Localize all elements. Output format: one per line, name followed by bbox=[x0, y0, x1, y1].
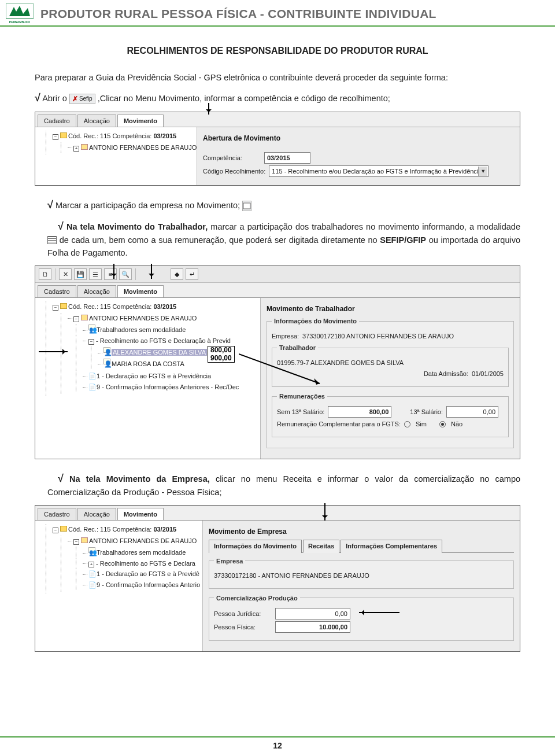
senar-logo: PERNAMBUCO bbox=[6, 3, 34, 24]
tree-item[interactable]: - Recolhimento ao FGTS e Declaração à Pr… bbox=[96, 337, 231, 344]
tab-cadastro[interactable]: Cadastro bbox=[38, 508, 76, 521]
checkmark-icon: √ bbox=[35, 92, 40, 104]
radio-nao[interactable] bbox=[439, 421, 446, 427]
tree-item[interactable]: Trabalhadores sem modalidade bbox=[97, 326, 186, 333]
tab-movimento[interactable]: Movimento bbox=[117, 508, 164, 521]
folder-icon bbox=[60, 303, 67, 309]
building-icon bbox=[81, 315, 88, 320]
label-pessoa-fisica: Pessoa Física: bbox=[214, 622, 272, 632]
minus-icon[interactable]: − bbox=[73, 316, 79, 322]
tree-item[interactable]: - Recolhimento ao FGTS e Declara bbox=[96, 560, 195, 567]
input-pessoa-fisica[interactable]: 10.000,00 bbox=[275, 621, 350, 633]
radio-sim[interactable] bbox=[404, 421, 410, 427]
doc-icon: 📄 bbox=[88, 382, 95, 388]
tree-item[interactable]: 9 - Confirmação Informações Anterio bbox=[97, 581, 200, 588]
dropdown-codigo-recolhimento[interactable]: 115 - Recolhimento e/ou Declaração ao FG… bbox=[269, 165, 489, 177]
tb-new-icon[interactable]: 🗋 bbox=[39, 268, 51, 280]
value-empresa: 373300172180 - ANTONIO FERNANDES DE ARAU… bbox=[214, 571, 369, 581]
tree-item[interactable]: ANTONIO FERNANDES DE ARAUJO bbox=[89, 144, 197, 151]
tb-book-icon[interactable]: ◆ bbox=[171, 268, 183, 280]
tb-exit-icon[interactable]: ↵ bbox=[186, 268, 198, 280]
svg-text:PERNAMBUCO: PERNAMBUCO bbox=[9, 20, 31, 24]
person-icon: 👤 bbox=[103, 359, 110, 364]
value-empresa: 373300172180 ANTONIO FERNANDES DE ARAUJO bbox=[302, 331, 454, 341]
arrow-right-icon bbox=[39, 351, 68, 352]
tab-alocacao[interactable]: Alocação bbox=[77, 508, 116, 521]
arrow-down-icon bbox=[324, 503, 325, 521]
inner-tab-info[interactable]: Informações do Movimento bbox=[209, 540, 302, 553]
step-3: √ Na tela Movimento do Trabalhador, marc… bbox=[35, 219, 520, 260]
doc-icon: 📄 bbox=[88, 569, 95, 575]
page-title: PRODUTOR RURAL PESSOA FÍSICA - CONTRIBUI… bbox=[40, 7, 436, 21]
tree-item[interactable]: 1 - Declaração ao FGTS e à Previdê bbox=[97, 570, 199, 577]
screenshot-movimento-trabalhador: 🗋 ✕ 💾 ☰ ≡ 🔍 ◆ ↵ Cadastro Alocação Movime… bbox=[35, 265, 520, 459]
sefip-icon: ✗ Sefip bbox=[69, 94, 95, 104]
group-comercializacao: Comercialização Produção bbox=[214, 593, 300, 603]
label-competencia: Competência: bbox=[203, 153, 242, 163]
folder-icon bbox=[60, 132, 67, 138]
tree-item[interactable]: ANTONIO FERNANDES DE ARAUJO bbox=[89, 537, 197, 544]
inner-tab-receitas[interactable]: Receitas bbox=[303, 540, 339, 553]
page-number: 12 bbox=[0, 736, 555, 750]
plus-icon[interactable]: + bbox=[73, 146, 79, 152]
tree-view: −Cód. Rec.: 115 Competência: 03/2015 +AN… bbox=[35, 127, 197, 185]
inner-tab-info-compl[interactable]: Informações Complementares bbox=[341, 540, 442, 553]
tree-item-selected[interactable]: ALEXANDRE GOMES DA SILVA bbox=[112, 349, 207, 356]
label-sem-13: Sem 13ª Salário: bbox=[277, 407, 324, 417]
minus-icon[interactable]: − bbox=[53, 134, 58, 140]
input-13-salario[interactable]: 0,00 bbox=[446, 406, 498, 418]
doc-icon: 📄 bbox=[88, 580, 95, 586]
group-empresa: Empresa bbox=[214, 556, 245, 566]
checkmark-icon: √ bbox=[47, 199, 53, 211]
tree-item[interactable]: 1 - Declaração ao FGTS e à Previdência bbox=[97, 373, 211, 379]
tree-view: −Cód. Rec.: 115 Competência: 03/2015 −AN… bbox=[35, 298, 261, 459]
tb-search-icon[interactable]: 🔍 bbox=[119, 268, 132, 280]
page-header: PERNAMBUCO PRODUTOR RURAL PESSOA FÍSICA … bbox=[0, 0, 555, 27]
tree-item[interactable]: MARIA ROSA DA COSTA bbox=[112, 360, 184, 367]
input-competencia[interactable]: 03/2015 bbox=[264, 152, 310, 164]
minus-icon[interactable]: − bbox=[73, 539, 79, 545]
tb-save-icon[interactable]: 💾 bbox=[74, 268, 87, 280]
tree-item[interactable]: 9 - Confirmação Informações Anteriores -… bbox=[97, 383, 239, 390]
label-13-salario: 13ª Salário: bbox=[410, 407, 443, 417]
minus-icon[interactable]: − bbox=[88, 339, 94, 345]
tab-cadastro[interactable]: Cadastro bbox=[38, 115, 76, 127]
minus-icon[interactable]: − bbox=[53, 528, 58, 533]
input-pessoa-juridica[interactable]: 0,00 bbox=[275, 608, 350, 619]
intro-paragraph: Para preparar a Guia da Previdência Soci… bbox=[35, 72, 520, 84]
value-data-admissao: 01/01/2005 bbox=[472, 369, 504, 379]
tab-movimento[interactable]: Movimento bbox=[117, 285, 164, 298]
panel-title: Movimento de Trabalhador bbox=[267, 304, 514, 314]
panel-title: Movimento de Empresa bbox=[209, 526, 514, 537]
tab-cadastro[interactable]: Cadastro bbox=[38, 285, 76, 298]
step-2: √ Marcar a participação da empresa no Mo… bbox=[35, 197, 520, 213]
tree-view: −Cód. Rec.: 115 Competência: 03/2015 −AN… bbox=[35, 521, 203, 651]
minus-icon[interactable]: − bbox=[53, 305, 58, 311]
tb-list-icon[interactable]: ☰ bbox=[89, 268, 102, 280]
group-icon: 👥 bbox=[88, 547, 95, 553]
list-icon bbox=[47, 236, 57, 244]
person-icon: 👤 bbox=[103, 347, 110, 353]
toolbar: 🗋 ✕ 💾 ☰ ≡ 🔍 ◆ ↵ bbox=[35, 266, 520, 283]
label-pessoa-juridica: Pessoa Jurídica: bbox=[214, 609, 272, 619]
tab-alocacao[interactable]: Alocação bbox=[77, 285, 116, 298]
screenshot-abertura-movimento: Cadastro Alocação Movimento −Cód. Rec.: … bbox=[35, 112, 520, 186]
tree-item[interactable]: Trabalhadores sem modalidade bbox=[97, 549, 186, 556]
tree-item[interactable]: ANTONIO FERNANDES DE ARAUJO bbox=[89, 315, 197, 322]
label-empresa: Empresa: bbox=[272, 331, 299, 341]
input-sem-13[interactable]: 800,00 bbox=[328, 406, 391, 418]
tb-delete-icon[interactable]: ✕ bbox=[59, 268, 72, 280]
arrow-down-icon bbox=[208, 103, 209, 115]
x-icon: ✗ bbox=[72, 94, 78, 104]
section-heading: RECOLHIMENTOS DE RESPONSABILIDADE DO PRO… bbox=[35, 44, 520, 58]
tab-movimento[interactable]: Movimento bbox=[117, 115, 164, 127]
value-trabalhador: 01995.79-7 ALEXANDRE GOMES DA SILVA bbox=[277, 358, 404, 368]
plus-icon[interactable]: + bbox=[88, 562, 94, 567]
step-4: √ Na tela Movimento da Empresa, clicar n… bbox=[35, 471, 520, 499]
step-1: √ Abrir o ✗ Sefip ,Clicar no Menu Movime… bbox=[35, 90, 520, 106]
tab-alocacao[interactable]: Alocação bbox=[77, 115, 116, 127]
building-icon bbox=[81, 144, 88, 150]
chevron-down-icon: ▼ bbox=[478, 167, 487, 176]
screenshot-movimento-empresa: Cadastro Alocação Movimento −Cód. Rec.: … bbox=[35, 505, 520, 652]
group-icon: 👥 bbox=[88, 324, 95, 330]
